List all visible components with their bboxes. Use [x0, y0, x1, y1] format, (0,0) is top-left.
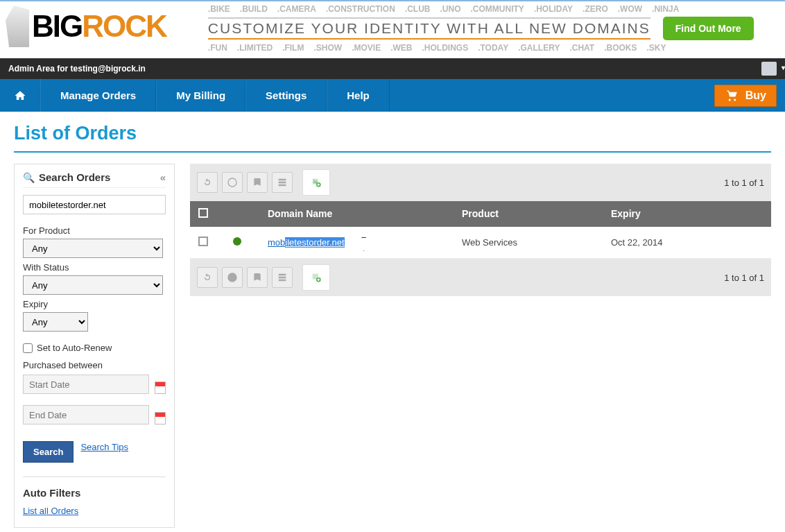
list-all-orders-link[interactable]: List all Orders: [23, 506, 166, 516]
end-date-input[interactable]: [23, 405, 149, 424]
refresh-button[interactable]: [197, 172, 218, 193]
action2-button[interactable]: [247, 267, 268, 288]
expiry-label: Expiry: [23, 299, 166, 309]
banner-tld: .FILM: [282, 43, 304, 53]
buy-label: Buy: [745, 89, 766, 102]
product-select[interactable]: Any: [23, 239, 163, 258]
table-row: mobiletestorder.netWeb ServicesOct 22, 2…: [190, 227, 771, 259]
page-title: List of Orders: [14, 123, 771, 153]
banner-tld: .WEB: [390, 43, 412, 53]
autorenew-checkbox[interactable]: [23, 343, 33, 353]
purchased-label: Purchased between: [23, 360, 166, 370]
expiry-cell: Oct 22, 2014: [611, 237, 763, 248]
col-domain-header[interactable]: Domain Name: [268, 208, 462, 220]
pager-bottom: 1 to 1 of 1: [724, 273, 764, 283]
start-date-input[interactable]: [23, 375, 149, 394]
user-menu-icon[interactable]: [761, 62, 777, 76]
promo-banner: .BIKE.BUILD.CAMERA.CONSTRUCTION.CLUB.UNO…: [208, 4, 785, 53]
logo-icon: [6, 6, 29, 47]
banner-tld: .BIKE: [208, 4, 230, 14]
add-button[interactable]: [302, 169, 330, 196]
add-button[interactable]: [302, 264, 330, 291]
banner-tld: .SKY: [647, 43, 666, 53]
find-out-more-button[interactable]: Find Out More: [663, 17, 754, 40]
nav-settings[interactable]: Settings: [245, 79, 327, 112]
search-input[interactable]: [23, 195, 166, 214]
calendar-icon[interactable]: [155, 381, 166, 394]
search-icon: 🔍: [23, 172, 35, 183]
banner-tld: .CONSTRUCTION: [326, 4, 395, 14]
buy-button[interactable]: Buy: [714, 85, 777, 107]
product-cell: Web Services: [462, 237, 611, 248]
autorenew-label: Set to Auto-Renew: [37, 343, 112, 353]
banner-tld: .SHOW: [313, 43, 342, 53]
banner-tld: .LIMITED: [237, 43, 273, 53]
auto-filters-title: Auto Filters: [23, 487, 166, 499]
status-select[interactable]: Any: [23, 275, 163, 295]
results-toolbar-top: 1 to 1 of 1: [190, 164, 771, 201]
admin-area-label: Admin Area for testing@bigrock.in: [8, 64, 146, 74]
pager-top: 1 to 1 of 1: [724, 178, 764, 188]
select-all-checkbox[interactable]: [198, 208, 208, 218]
banner-tld: .ZERO: [583, 4, 608, 14]
banner-tld: .HOLIDAY: [534, 4, 573, 14]
main-nav: Manage OrdersMy BillingSettingsHelp Buy: [0, 79, 785, 112]
home-icon[interactable]: [0, 89, 40, 102]
product-label: For Product: [23, 225, 166, 236]
search-button[interactable]: Search: [23, 441, 74, 463]
logo-rock: ROCK: [82, 9, 166, 43]
nav-help[interactable]: Help: [327, 79, 390, 112]
banner-tld: .TODAY: [478, 43, 508, 53]
results-area: 1 to 1 of 1 Domain Name Product Expiry m…: [190, 164, 771, 296]
col-product-header[interactable]: Product: [462, 208, 611, 220]
search-tips-link[interactable]: Search Tips: [80, 442, 128, 452]
action3-button[interactable]: [272, 172, 293, 193]
results-toolbar-bottom: 1 to 1 of 1: [190, 259, 771, 296]
domain-link[interactable]: mobiletestorder.net: [268, 237, 345, 248]
banner-tld: .COMMUNITY: [470, 4, 524, 14]
banner-tld: .FUN: [208, 43, 227, 53]
action3-button[interactable]: [272, 267, 293, 288]
banner-tld: .NINJA: [652, 4, 679, 14]
calendar-icon[interactable]: [155, 412, 166, 424]
banner-tld: .HOLDINGS: [422, 43, 468, 53]
collapse-icon[interactable]: «: [160, 171, 166, 183]
refresh-button[interactable]: [197, 267, 218, 288]
banner-tld: .CAMERA: [277, 4, 316, 14]
brand-logo[interactable]: BIGROCK: [6, 6, 166, 47]
banner-tld: .UNO: [440, 4, 460, 14]
banner-slogan: CUSTOMIZE YOUR IDENTITY WITH ALL NEW DOM…: [208, 17, 650, 40]
logo-big: BIG: [32, 9, 82, 43]
status-label: With Status: [23, 262, 166, 273]
expiry-select[interactable]: Any: [23, 312, 88, 332]
banner-row-bottom: .FUN.LIMITED.FILM.SHOW.MOVIE.WEB.HOLDING…: [208, 43, 785, 53]
banner-tld: .CLUB: [405, 4, 431, 14]
action1-button[interactable]: [222, 172, 243, 193]
cart-icon: [725, 89, 740, 102]
banner-row-top: .BIKE.BUILD.CAMERA.CONSTRUCTION.CLUB.UNO…: [208, 4, 785, 14]
row-checkbox[interactable]: [198, 237, 208, 246]
nav-my-billing[interactable]: My Billing: [156, 79, 245, 112]
banner-tld: .BUILD: [240, 4, 268, 14]
action1-button[interactable]: [222, 267, 243, 288]
search-panel-title: Search Orders: [39, 171, 110, 183]
col-expiry-header[interactable]: Expiry: [611, 208, 763, 220]
nav-manage-orders[interactable]: Manage Orders: [40, 79, 156, 112]
search-panel: 🔍 Search Orders « For Product Any With S…: [14, 164, 175, 528]
banner-tld: .BOOKS: [604, 43, 637, 53]
banner-tld: .GALLERY: [518, 43, 560, 53]
banner-tld: .CHAT: [569, 43, 594, 53]
action2-button[interactable]: [247, 172, 268, 193]
banner-tld: .MOVIE: [352, 43, 381, 53]
status-active-icon: [233, 237, 241, 246]
banner-tld: .WOW: [618, 4, 642, 14]
